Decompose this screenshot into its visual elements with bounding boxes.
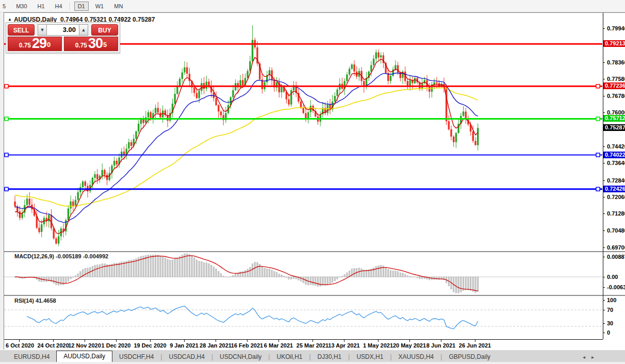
buy-price-sup: 5 [103,37,107,53]
time-axis-date-label: 1 May 2021 [363,342,393,349]
tab-eurusd-h4[interactable]: EURUSD,H4 [7,352,56,362]
price-axis-tick-label: 0.76780 [607,93,625,99]
hline-price-label: 0.79213 [603,40,625,47]
time-axis-date-label: 16 Feb 2021 [231,342,263,349]
macd-axis-label: 0.00 [607,274,618,280]
time-axis-date-label: 24 Oct 2020 [37,342,69,349]
buy-price[interactable]: 0.75 30 5 [64,37,118,51]
buy-button[interactable]: BUY [91,24,118,36]
toolbar-separator [70,2,71,10]
time-axis-tick [184,340,185,342]
price-axis-tick-label: 0.77580 [607,76,625,82]
mt4-window: 5M30H1H4D1W1MN ▲AUDUSD,Daily 0.74964 0.7… [0,0,625,364]
time-axis-date-label: 25 Mar 2021 [297,342,328,349]
rsi-axis-label: 30 [607,320,613,326]
price-axis-tick-label: 0.76000 [607,109,625,115]
chart-tab-bar: EURUSD,H4AUDUSD,DailyUSDCHF,H4|USDCAD,H4… [0,350,625,362]
buy-price-small: 0.75 [75,41,87,50]
hline-price-label: 0.77236 [603,82,625,89]
rsi-axis-label: 0 [607,329,610,336]
buy-price-big: 30 [88,37,103,50]
hline-price-label: 0.75712 [603,115,625,122]
tab-usdcnh-daily[interactable]: USDCNH,Daily [213,352,268,362]
volume-field[interactable]: 3.00 [47,24,79,36]
sell-price-small: 0.75 [19,41,31,50]
price-axis-line [603,13,603,339]
time-axis-tick [344,340,344,342]
time-axis-tick [216,340,216,342]
tab-dj30-h1[interactable]: DJ30,H1 [311,352,349,362]
macd-axis-label: 0.008871 [607,254,625,260]
time-axis-date-label: 1 Dec 2020 [102,342,131,349]
rsi-axis-label: 70 [607,307,613,313]
time-axis-tick [278,340,279,342]
symbol-arrow-icon: ▲ [8,17,12,22]
timeframe-button-5[interactable]: 5 [0,2,9,11]
time-axis-date-label: 26 Jun 2021 [459,342,491,349]
tab-audusd-daily[interactable]: AUDUSD,Daily [56,351,112,362]
time-axis-tick [475,340,475,342]
time-axis-tick [150,340,151,342]
price-axis-tick-label: 0.73640 [607,160,625,166]
volume-increase-button[interactable]: ▲ [79,24,88,36]
price-axis-tick-label: 0.79940 [607,25,625,31]
timeframe-button-mn[interactable]: MN [110,2,126,11]
time-axis-tick [19,340,20,342]
one-click-trade-panel: SELL ▼ 3.00 ▲ BUY 0.75 29 0 0.75 30 5 [6,22,120,53]
tab-scroll-arrows: ◂▸ [583,354,600,362]
sell-price[interactable]: 0.75 29 0 [8,37,62,51]
rsi-label: RSI(14) 41.4658 [14,297,56,304]
price-axis-tick-label: 0.69700 [607,244,625,251]
time-axis-tick [378,340,379,342]
volume-decrease-button[interactable]: ▼ [38,24,47,36]
timeframe-button-h1[interactable]: H1 [34,2,48,11]
time-axis[interactable]: 6 Oct 202024 Oct 202012 Nov 20201 Dec 20… [4,339,625,350]
sell-price-sup: 0 [47,37,51,53]
time-axis-date-label: 8 Jun 2021 [426,342,455,349]
rsi-panel-canvas[interactable] [4,296,603,339]
price-axis-tick-label: 0.72840 [607,177,625,184]
time-axis-date-label: 6 Oct 2020 [6,342,34,349]
time-axis-tick [85,340,85,342]
price-axis-tick-label: 0.71280 [607,210,625,217]
price-axis-tick-label: 0.72060 [607,194,625,200]
hline-price-label: 0.74022 [603,152,625,158]
timeframe-toolbar: 5M30H1H4D1W1MN [0,0,625,12]
tab-gbpusd-daily[interactable]: GBPUSD,Daily [442,352,497,362]
bottom-strip [0,362,625,364]
tab-ukoil-h1[interactable]: UKOil,H1 [270,352,309,362]
sell-price-big: 29 [32,37,46,50]
timeframe-button-m30[interactable]: M30 [12,2,30,11]
time-axis-tick [313,340,313,342]
hline-price-label: 0.72426 [603,186,625,192]
tab-usdcad-h4[interactable]: USDCAD,H4 [162,352,211,362]
rsi-axis-label: 100 [607,297,616,303]
sell-button[interactable]: SELL [8,24,35,36]
time-axis-date-label: 13 Apr 2021 [328,342,359,349]
tab-scroll-right-icon[interactable]: ▸ [591,354,600,360]
time-axis-tick [409,340,410,342]
tab-usdx-h1[interactable]: USDX,H1 [350,352,390,362]
time-axis-date-label: 28 Jan 2021 [200,342,232,349]
time-axis-date-label: 9 Jan 2021 [170,342,199,349]
current-price-label: 0.75287 [603,124,625,131]
time-axis-tick [116,340,117,342]
time-axis-date-label: 12 Nov 2020 [68,342,101,349]
time-axis-date-label: 19 Dec 2020 [134,342,167,349]
time-axis-date-label: 6 Mar 2021 [264,342,293,349]
time-axis-tick [53,340,54,342]
price-axis-tick-label: 0.74420 [607,143,625,150]
macd-label: MACD(12,26,9) -0.005189 -0.004992 [14,253,108,259]
time-axis-date-label: 20 May 2021 [393,342,426,349]
time-axis-tick [247,340,248,342]
timeframe-button-w1[interactable]: W1 [92,2,108,11]
time-axis-tick [441,340,441,342]
timeframe-button-h4[interactable]: H4 [52,2,66,11]
chart-window: ▲AUDUSD,Daily 0.74964 0.75321 0.74922 0.… [4,12,625,350]
timeframe-button-d1[interactable]: D1 [74,2,89,11]
tab-usdchf-h4[interactable]: USDCHF,H4 [112,352,160,362]
tab-scroll-left-icon[interactable]: ◂ [583,354,591,360]
price-axis-tick-label: 0.78360 [607,59,625,65]
tab-xauusd-h4[interactable]: XAUUSD,H4 [392,352,441,362]
macd-axis-label: -0.00632 [607,284,625,290]
